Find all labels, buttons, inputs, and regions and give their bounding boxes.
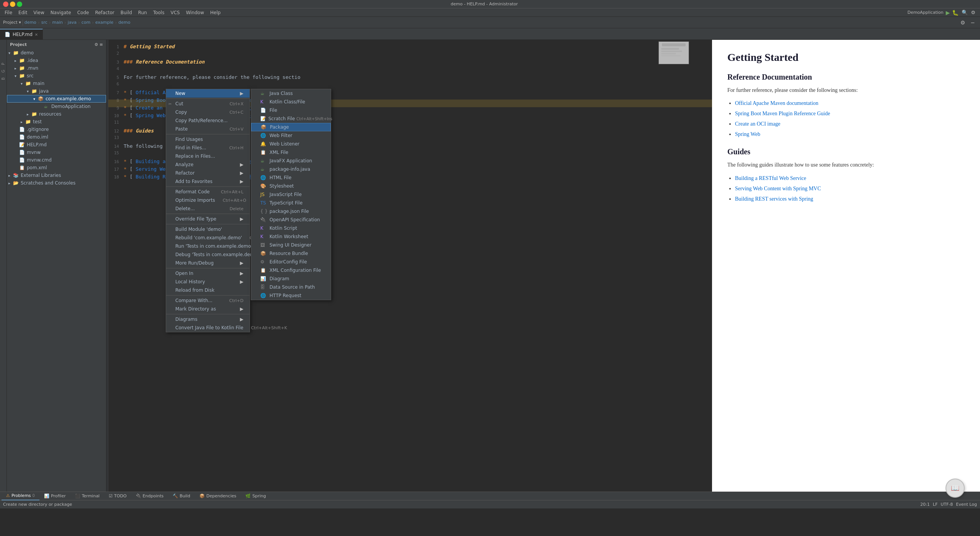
- tree-item-mvn[interactable]: ▸ 📁 .mvn: [7, 64, 106, 72]
- search-everywhere-button[interactable]: 🔍: [962, 10, 968, 15]
- minimize-button[interactable]: [10, 2, 15, 7]
- breadcrumb-main[interactable]: main: [52, 20, 63, 25]
- bottom-tab-profiler[interactable]: 📊 Profiler: [39, 492, 70, 500]
- context-menu-compare[interactable]: Compare With... Ctrl+D: [166, 296, 250, 305]
- submenu-openapi[interactable]: 🔌 OpenAPI Specification: [251, 216, 331, 224]
- tab-close-button[interactable]: ✕: [35, 33, 38, 37]
- submenu-javafx[interactable]: ☕ JavaFX Application: [251, 157, 331, 165]
- bookmarks-gutter-icon[interactable]: B: [1, 77, 5, 80]
- sidebar-controls[interactable]: ⚙ ≡: [94, 42, 103, 47]
- breadcrumb-example[interactable]: example: [95, 20, 113, 25]
- submenu-editorconfig[interactable]: ⚙ EditorConfig File: [251, 258, 331, 266]
- submenu-html[interactable]: 🌐 HTML File: [251, 173, 331, 182]
- close-button[interactable]: [3, 2, 8, 7]
- tree-item-test[interactable]: ▸ 📁 test: [7, 118, 106, 126]
- tree-item-java[interactable]: ▾ 📁 java: [7, 87, 106, 95]
- line-content-5[interactable]: For further reference, please consider t…: [124, 74, 712, 81]
- menu-code[interactable]: Code: [74, 8, 92, 17]
- tree-item-gitignore[interactable]: ▸ 📄 .gitignore: [7, 126, 106, 133]
- oci-link[interactable]: Create an OCI image: [735, 121, 781, 127]
- window-controls[interactable]: [3, 2, 22, 7]
- submenu-kotlin-worksheet[interactable]: K Kotlin Worksheet: [251, 232, 331, 241]
- bottom-tab-endpoints[interactable]: 🔌 Endpoints: [131, 492, 168, 500]
- breadcrumb-com[interactable]: com: [82, 20, 91, 25]
- run-button[interactable]: ▶: [946, 10, 950, 16]
- debug-button[interactable]: 🐛: [952, 10, 959, 16]
- preview-link-rest-services[interactable]: Building REST services with Spring: [735, 195, 965, 203]
- submenu-xml-config[interactable]: 📋 XML Configuration File: [251, 266, 331, 275]
- menu-build[interactable]: Build: [118, 8, 135, 17]
- preview-link-restful[interactable]: Building a RESTful Web Service: [735, 174, 965, 182]
- submenu-http-request[interactable]: 🌐 HTTP Request: [251, 291, 331, 300]
- submenu-diagram[interactable]: 📊 Diagram: [251, 275, 331, 283]
- tree-item-scratches[interactable]: ▸ 📂 Scratches and Consoles: [7, 179, 106, 187]
- serving-web-link[interactable]: Serving Web Content with Spring MVC: [735, 186, 821, 191]
- context-menu-cut[interactable]: ✂ Cut Ctrl+X: [166, 100, 250, 108]
- maximize-button[interactable]: [17, 2, 22, 7]
- collapse-button[interactable]: −: [969, 18, 977, 27]
- menu-view[interactable]: View: [30, 8, 47, 17]
- context-menu-new[interactable]: New ▶: [166, 89, 250, 98]
- submenu-js[interactable]: JS JavaScript File: [251, 190, 331, 199]
- context-menu-reformat[interactable]: Reformat Code Ctrl+Alt+L: [166, 188, 250, 196]
- context-menu-more-run[interactable]: More Run/Debug ▶: [166, 259, 250, 267]
- event-log[interactable]: Event Log: [956, 502, 977, 507]
- submenu-kotlin-script[interactable]: K Kotlin Script: [251, 224, 331, 232]
- tree-item-mvnw-cmd[interactable]: ▸ 📄 mvnw.cmd: [7, 156, 106, 164]
- project-gutter-icon[interactable]: P: [1, 63, 5, 65]
- tree-item-demo[interactable]: ▾ 📁 demo: [7, 49, 106, 57]
- bottom-tab-dependencies[interactable]: 📦 Dependencies: [195, 492, 241, 500]
- submenu-package[interactable]: 📦 Package: [251, 123, 331, 131]
- tree-item-demo-iml[interactable]: ▸ 📄 demo.iml: [7, 133, 106, 141]
- submenu-swing[interactable]: 🖼 Swing UI Designer: [251, 241, 331, 249]
- submenu-ts[interactable]: TS TypeScript File: [251, 199, 331, 207]
- context-menu-find-files[interactable]: Find in Files... Ctrl+H: [166, 144, 250, 152]
- context-menu-open-in[interactable]: Open In ▶: [166, 269, 250, 278]
- line-content-3[interactable]: ### Reference Documentation: [124, 58, 712, 66]
- context-menu-delete[interactable]: Delete... Delete: [166, 204, 250, 213]
- menu-navigate[interactable]: Navigate: [47, 8, 74, 17]
- submenu-scratch-file[interactable]: 📝 Scratch File Ctrl+Alt+Shift+Ins: [251, 114, 331, 123]
- tree-item-pom-xml[interactable]: ▸ 📋 pom.xml: [7, 164, 106, 172]
- settings-toolbar-button[interactable]: ⚙: [959, 18, 967, 27]
- context-menu-analyze[interactable]: Analyze ▶: [166, 160, 250, 169]
- context-menu-local-history[interactable]: Local History ▶: [166, 278, 250, 286]
- submenu-package-info[interactable]: ☕ package-info.java: [251, 165, 331, 173]
- breadcrumb-demo[interactable]: demo: [24, 20, 36, 25]
- context-menu-convert-kotlin[interactable]: Convert Java File to Kotlin File Ctrl+Al…: [166, 324, 250, 332]
- preview-link-maven[interactable]: Official Apache Maven documentation: [735, 99, 965, 107]
- tree-item-resources[interactable]: ▸ 📁 resources: [7, 110, 106, 118]
- menu-tools[interactable]: Tools: [150, 8, 168, 17]
- tree-item-com-example-demo[interactable]: ▾ 📦 com.example.demo: [7, 95, 106, 103]
- restful-link[interactable]: Building a RESTful Web Service: [735, 175, 806, 181]
- context-menu-copy-path[interactable]: Copy Path/Reference...: [166, 116, 250, 125]
- preview-link-oci[interactable]: Create an OCI image: [735, 120, 965, 128]
- context-menu-refactor[interactable]: Refactor ▶: [166, 169, 250, 177]
- spring-web-link[interactable]: Spring Web: [735, 131, 760, 137]
- context-menu-replace[interactable]: Replace in Files...: [166, 152, 250, 160]
- menu-edit[interactable]: Edit: [15, 8, 30, 17]
- menu-help[interactable]: Help: [207, 8, 224, 17]
- settings-button[interactable]: ⚙: [971, 10, 975, 15]
- context-menu-paste[interactable]: Paste Ctrl+V: [166, 125, 250, 133]
- submenu-datasource[interactable]: 🗄 Data Source in Path: [251, 283, 331, 291]
- bottom-tab-build[interactable]: 🔨 Build: [168, 492, 195, 500]
- tree-item-demo-application[interactable]: ▸ ☕ DemoApplication: [7, 103, 106, 110]
- context-menu-find-usages[interactable]: Find Usages: [166, 135, 250, 144]
- bottom-tab-terminal[interactable]: ⬛ Terminal: [70, 492, 105, 500]
- tree-item-src[interactable]: ▾ 📁 src: [7, 72, 106, 80]
- submenu-stylesheet[interactable]: 🎨 Stylesheet: [251, 182, 331, 190]
- spring-boot-maven-link[interactable]: Spring Boot Maven Plugin Reference Guide: [735, 111, 830, 116]
- encoding[interactable]: UTF-8: [941, 502, 953, 507]
- submenu-java-class[interactable]: ☕ Java Class: [251, 89, 331, 98]
- context-menu-optimize[interactable]: Optimize Imports Ctrl+Alt+O: [166, 196, 250, 204]
- preview-action-button[interactable]: 📖: [946, 479, 965, 492]
- menu-vcs[interactable]: VCS: [167, 8, 183, 17]
- breadcrumb-demo2[interactable]: demo: [118, 20, 130, 25]
- submenu-package-json[interactable]: { } package.json File: [251, 207, 331, 216]
- menu-refactor[interactable]: Refactor: [92, 8, 117, 17]
- breadcrumb-java[interactable]: java: [68, 20, 77, 25]
- context-menu-debug-tests[interactable]: Debug 'Tests in com.example.demo': [166, 250, 250, 259]
- maven-link[interactable]: Official Apache Maven documentation: [735, 100, 818, 106]
- context-menu-mark-dir[interactable]: Mark Directory as ▶: [166, 305, 250, 313]
